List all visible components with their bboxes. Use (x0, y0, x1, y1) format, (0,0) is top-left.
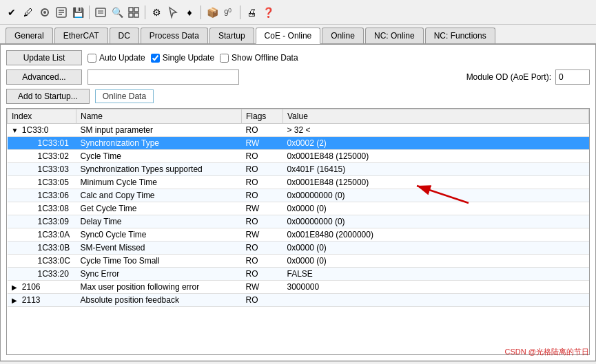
print-icon[interactable]: 🖨 (244, 5, 259, 20)
auto-update-checkbox-label[interactable]: Auto Update (88, 53, 145, 63)
cell-flags: RO (242, 215, 283, 228)
toolbar: ✔ 🖊 💾 🔍 ⚙ ♦ 📦 90 🖨 ❓ (0, 0, 596, 25)
table-row[interactable]: 1C33:02Cycle TimeRO0x0001E848 (125000) (8, 150, 589, 163)
col-name: Name (76, 109, 242, 124)
tab-nc-functions[interactable]: NC: Functions (425, 28, 495, 43)
cell-value: > 32 < (283, 124, 589, 137)
table-row[interactable]: ▶ 2113Absolute position feedbackRO (8, 294, 589, 307)
table-row[interactable]: 1C33:05Minimum Cycle TimeRO0x0001E848 (1… (8, 176, 589, 189)
check-icon[interactable]: ✔ (4, 5, 19, 20)
cell-name: SM-Event Missed (76, 242, 242, 255)
cell-value: 0x0000 (0) (283, 202, 589, 215)
cell-flags: RO (242, 150, 283, 163)
module-od-group: Module OD (AoE Port): (466, 69, 590, 85)
number-icon[interactable]: 90 (221, 5, 236, 20)
cell-flags: RO (242, 242, 283, 255)
table-row[interactable]: 1C33:0BSM-Event MissedRO0x0000 (0) (8, 242, 589, 255)
cell-index: 1C33:03 (8, 163, 76, 176)
cell-name: Delay Time (76, 215, 242, 228)
tab-general[interactable]: General (6, 28, 53, 43)
add-to-startup-button[interactable]: Add to Startup... (6, 89, 90, 104)
table-row[interactable]: ▶ 2106Max user position following errorR… (8, 281, 589, 294)
cell-index: 1C33:0A (8, 228, 76, 242)
cell-index: 1C33:06 (8, 189, 76, 202)
diamond-icon[interactable]: ♦ (182, 5, 197, 20)
tab-coe-online[interactable]: CoE - Online (256, 28, 321, 44)
tab-nc-online[interactable]: NC: Online (365, 28, 424, 43)
cell-value: 0x0001E848 (125000) (283, 150, 589, 163)
sep4 (240, 6, 240, 19)
cell-flags: RO (242, 163, 283, 176)
package-icon[interactable]: 📦 (205, 5, 220, 20)
cell-value: 0x00000000 (0) (283, 215, 589, 228)
tab-ethercat[interactable]: EtherCAT (54, 28, 108, 43)
table-row[interactable]: 1C33:08Get Cycle TimeRW0x0000 (0) (8, 202, 589, 215)
tab-startup[interactable]: Startup (209, 28, 254, 43)
tab-dc[interactable]: DC (110, 28, 139, 43)
tool2-icon[interactable] (54, 5, 69, 20)
main-content: Update List Auto Update Single Update Sh… (0, 44, 596, 361)
svg-point-1 (43, 11, 46, 14)
cell-name: Sync Error (76, 268, 242, 281)
grid-icon[interactable] (126, 5, 141, 20)
single-update-checkbox-label[interactable]: Single Update (151, 53, 214, 63)
svg-rect-10 (134, 8, 138, 12)
table-header-row: Index Name Flags Value (8, 109, 589, 124)
cell-index: 1C33:01 (8, 137, 76, 150)
settings-icon[interactable] (37, 5, 52, 20)
show-offline-label: Show Offline Data (232, 53, 298, 63)
svg-rect-9 (129, 8, 133, 12)
online-data-button[interactable]: Online Data (95, 89, 154, 103)
single-update-checkbox[interactable] (151, 54, 160, 63)
sep3 (201, 6, 201, 19)
cell-name: Absolute position feedback (76, 294, 242, 307)
save-icon[interactable]: 💾 (70, 5, 85, 20)
edit-icon[interactable]: 🖊 (21, 5, 36, 20)
cell-name: Cycle Time Too Small (76, 255, 242, 268)
single-update-label: Single Update (163, 53, 214, 63)
expand-icon[interactable]: ▼ (12, 127, 20, 134)
table-body: ▼ 1C33:0SM input parameterRO> 32 <1C33:0… (8, 124, 589, 307)
advanced-button[interactable]: Advanced... (6, 69, 82, 85)
show-offline-checkbox-label[interactable]: Show Offline Data (220, 53, 298, 63)
cell-value: 0x0001E848 (125000) (283, 176, 589, 189)
cursor-icon[interactable] (165, 5, 181, 20)
tab-process-data[interactable]: Process Data (141, 28, 208, 43)
module-od-input[interactable] (555, 69, 590, 85)
update-list-button[interactable]: Update List (6, 50, 82, 65)
cell-flags: RW (242, 137, 283, 150)
cell-index: 1C33:0C (8, 255, 76, 268)
sep1 (89, 6, 90, 19)
expand-icon[interactable]: ▶ (12, 283, 20, 291)
col-flags: Flags (242, 109, 283, 124)
cell-index: 1C33:08 (8, 202, 76, 215)
config-icon[interactable]: ⚙ (149, 5, 164, 20)
search-icon[interactable]: 🔍 (110, 5, 125, 20)
col-value: Value (283, 109, 589, 124)
table-row[interactable]: 1C33:09Delay TimeRO0x00000000 (0) (8, 215, 589, 228)
list-icon[interactable] (93, 5, 108, 20)
table-row[interactable]: 1C33:0ASync0 Cycle TimeRW0x001E8480 (200… (8, 228, 589, 242)
tab-online[interactable]: Online (322, 28, 364, 43)
cell-flags: RW (242, 202, 283, 215)
coe-table: Index Name Flags Value ▼ 1C33:0SM input … (7, 109, 589, 307)
controls-row1: Update List Auto Update Single Update Sh… (6, 50, 590, 65)
show-offline-checkbox[interactable] (220, 54, 229, 63)
tabs-bar: General EtherCAT DC Process Data Startup… (0, 25, 596, 44)
table-row[interactable]: 1C33:01Synchronization TypeRW0x0002 (2) (8, 137, 589, 150)
table-row[interactable]: 1C33:06Calc and Copy TimeRO0x00000000 (0… (8, 189, 589, 202)
table-row[interactable]: 1C33:0CCycle Time Too SmallRO0x0000 (0) (8, 255, 589, 268)
cell-flags: RW (242, 281, 283, 294)
cell-flags: RW (242, 228, 283, 242)
controls-row2: Advanced... Module OD (AoE Port): (6, 69, 590, 85)
table-row[interactable]: 1C33:20Sync ErrorROFALSE (8, 268, 589, 281)
table-row[interactable]: ▼ 1C33:0SM input parameterRO> 32 < (8, 124, 589, 137)
table-container[interactable]: Index Name Flags Value ▼ 1C33:0SM input … (6, 108, 590, 355)
auto-update-checkbox[interactable] (88, 54, 96, 63)
help-icon[interactable]: ❓ (260, 5, 276, 20)
table-row[interactable]: 1C33:03Synchronization Types supportedRO… (8, 163, 589, 176)
sep2 (145, 6, 145, 19)
advanced-text-input[interactable] (88, 69, 239, 85)
cell-value: 0x0000 (0) (283, 255, 589, 268)
expand-icon[interactable]: ▶ (12, 297, 20, 304)
